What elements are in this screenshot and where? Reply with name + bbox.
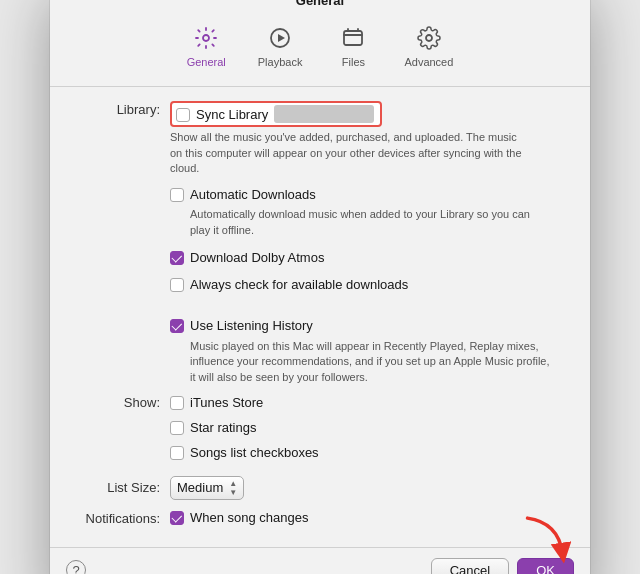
list-size-select[interactable]: Medium ▲ ▼: [170, 476, 244, 500]
svg-rect-3: [344, 31, 362, 45]
always-check-checkbox[interactable]: [170, 278, 184, 292]
list-size-value: Medium: [177, 480, 223, 495]
tab-files[interactable]: Files: [318, 20, 388, 74]
listening-history-desc: Music played on this Mac will appear in …: [190, 339, 550, 385]
always-check-row: Always check for available downloads: [70, 277, 570, 298]
itunes-store-checkbox[interactable]: [170, 396, 184, 410]
always-check-checkbox-row: Always check for available downloads: [170, 277, 570, 294]
notifications-content: When song changes: [170, 510, 570, 531]
advanced-icon: [417, 26, 441, 54]
auto-downloads-spacer: [70, 187, 170, 188]
ok-button[interactable]: OK: [517, 558, 574, 574]
tab-general[interactable]: General: [171, 20, 242, 74]
settings-content: Library: Sync Library Show all the music…: [50, 87, 590, 546]
library-content: Sync Library Show all the music you've a…: [170, 101, 570, 176]
listening-history-content: Use Listening History Music played on th…: [170, 318, 570, 385]
sync-library-checkbox[interactable]: [176, 108, 190, 122]
star-ratings-label: Star ratings: [190, 420, 256, 437]
notifications-row: Notifications: When song changes: [70, 510, 570, 531]
songs-checkboxes-row: Songs list checkboxes: [170, 445, 319, 462]
auto-downloads-checkbox[interactable]: [170, 188, 184, 202]
up-arrow-icon: ▲: [229, 479, 237, 488]
auto-downloads-row: Automatic Downloads Automatically downlo…: [70, 187, 570, 239]
songs-checkboxes-checkbox[interactable]: [170, 446, 184, 460]
dolby-content: Download Dolby Atmos: [170, 250, 570, 271]
library-row: Library: Sync Library Show all the music…: [70, 101, 570, 176]
show-label: Show:: [70, 395, 170, 410]
auto-downloads-content: Automatic Downloads Automatically downlo…: [170, 187, 570, 239]
tab-playback-label: Playback: [258, 56, 303, 68]
notifications-checkbox[interactable]: [170, 511, 184, 525]
dolby-row: Download Dolby Atmos: [70, 250, 570, 271]
star-ratings-row: Star ratings: [170, 420, 319, 437]
svg-marker-2: [278, 34, 285, 42]
star-ratings-checkbox[interactable]: [170, 421, 184, 435]
auto-downloads-desc: Automatically download music when added …: [190, 207, 550, 238]
listening-history-row: Use Listening History Music played on th…: [70, 318, 570, 385]
tab-files-label: Files: [342, 56, 365, 68]
itunes-store-row: iTunes Store: [170, 395, 319, 412]
tab-advanced-label: Advanced: [404, 56, 453, 68]
show-items: iTunes Store Star ratings Songs list che…: [170, 395, 319, 466]
sync-library-label: Sync Library: [196, 107, 268, 122]
sync-library-desc: Show all the music you've added, purchas…: [170, 130, 530, 176]
window-title: General: [50, 0, 590, 16]
down-arrow-icon: ▼: [229, 488, 237, 497]
listening-history-checkbox-row: Use Listening History: [170, 318, 570, 335]
notifications-checkbox-row: When song changes: [170, 510, 570, 527]
button-group: Cancel OK: [431, 558, 574, 574]
notifications-checkbox-label: When song changes: [190, 510, 309, 527]
general-icon: [194, 26, 218, 54]
tab-general-label: General: [187, 56, 226, 68]
auto-downloads-label: Automatic Downloads: [190, 187, 316, 204]
itunes-store-label: iTunes Store: [190, 395, 263, 412]
cancel-button[interactable]: Cancel: [431, 558, 509, 574]
help-button[interactable]: ?: [66, 560, 86, 574]
playback-icon: [268, 26, 292, 54]
show-section: Show: iTunes Store Star ratings Songs li…: [70, 395, 570, 466]
sync-library-highlighted: Sync Library: [170, 101, 382, 127]
always-check-spacer: [70, 277, 170, 278]
tab-advanced[interactable]: Advanced: [388, 20, 469, 74]
svg-point-4: [426, 35, 432, 41]
library-label: Library:: [70, 101, 170, 117]
files-icon: [341, 26, 365, 54]
toolbar: General Playback: [50, 16, 590, 87]
listening-history-checkbox[interactable]: [170, 319, 184, 333]
list-size-arrows: ▲ ▼: [229, 479, 237, 497]
tab-playback[interactable]: Playback: [242, 20, 319, 74]
sync-library-field: [274, 105, 374, 123]
always-check-content: Always check for available downloads: [170, 277, 570, 298]
svg-point-0: [203, 35, 209, 41]
dolby-checkbox-row: Download Dolby Atmos: [170, 250, 570, 267]
dolby-spacer: [70, 250, 170, 251]
auto-downloads-checkbox-row: Automatic Downloads: [170, 187, 570, 204]
always-check-label: Always check for available downloads: [190, 277, 408, 294]
bottom-bar: ? Cancel OK: [50, 547, 590, 574]
listening-history-label: Use Listening History: [190, 318, 313, 335]
list-size-row: List Size: Medium ▲ ▼: [70, 476, 570, 500]
songs-checkboxes-label: Songs list checkboxes: [190, 445, 319, 462]
list-size-label: List Size:: [70, 480, 170, 495]
dolby-label: Download Dolby Atmos: [190, 250, 324, 267]
listening-history-spacer: [70, 318, 170, 319]
dolby-checkbox[interactable]: [170, 251, 184, 265]
notifications-label: Notifications:: [70, 510, 170, 526]
